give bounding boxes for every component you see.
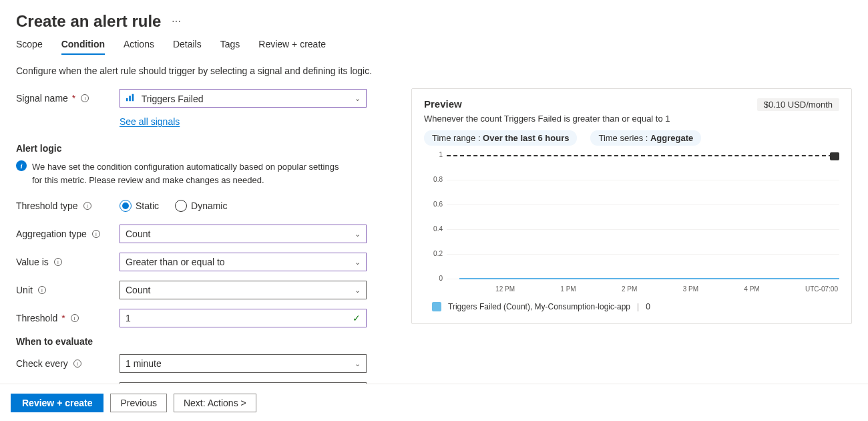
tab-condition[interactable]: Condition xyxy=(61,39,105,55)
threshold-input[interactable]: 1 ✓ xyxy=(120,309,367,327)
info-icon[interactable]: i xyxy=(73,360,81,368)
value-is-label: Value is i xyxy=(16,257,120,267)
check-every-label: Check every i xyxy=(16,358,120,369)
radio-checked-icon xyxy=(120,200,132,212)
previous-button[interactable]: Previous xyxy=(110,394,166,412)
data-line xyxy=(459,278,839,279)
aggregation-type-dropdown[interactable]: Count ⌄ xyxy=(120,225,367,243)
svg-rect-0 xyxy=(126,98,128,100)
svg-rect-1 xyxy=(129,96,131,101)
info-icon[interactable]: i xyxy=(54,258,62,266)
svg-rect-2 xyxy=(132,94,134,101)
cost-badge: $0.10 USD/month xyxy=(757,98,839,111)
threshold-type-dynamic-radio[interactable]: Dynamic xyxy=(175,200,227,212)
callout-text: We have set the condition configuration … xyxy=(32,160,339,186)
footer-bar: Review + create Previous Next: Actions > xyxy=(0,384,868,421)
chevron-down-icon: ⌄ xyxy=(355,94,361,103)
threshold-type-label: Threshold type i xyxy=(16,200,120,211)
time-range-pill[interactable]: Time range : Over the last 6 hours xyxy=(424,130,577,146)
chart-legend: Triggers Failed (Count), My-Consumption-… xyxy=(432,302,839,311)
unit-label: Unit i xyxy=(16,285,120,295)
threshold-line xyxy=(447,155,839,156)
signal-name-dropdown[interactable]: Triggers Failed ⌄ xyxy=(120,89,367,108)
tab-details[interactable]: Details xyxy=(173,39,202,55)
radio-unchecked-icon xyxy=(175,200,187,212)
value-is-dropdown[interactable]: Greater than or equal to ⌄ xyxy=(120,253,367,271)
threshold-flag-icon xyxy=(830,152,839,160)
timezone-label: UTC-07:00 xyxy=(805,285,838,293)
x-axis: . 12 PM 1 PM 2 PM 3 PM 4 PM UTC-07:00 xyxy=(447,285,839,293)
chevron-down-icon: ⌄ xyxy=(355,258,361,267)
review-create-button[interactable]: Review + create xyxy=(11,394,103,412)
see-all-signals-link[interactable]: See all signals xyxy=(120,116,180,127)
info-icon: i xyxy=(16,160,27,171)
y-axis: 1 0.8 0.6 0.4 0.2 0 xyxy=(424,154,445,279)
preview-description: Whenever the count Triggers Failed is gr… xyxy=(424,114,839,124)
preview-chart: 1 0.8 0.6 0.4 0.2 0 xyxy=(424,154,839,301)
info-icon[interactable]: i xyxy=(38,286,46,294)
tab-description: Configure when the alert rule should tri… xyxy=(16,65,852,76)
preview-title: Preview xyxy=(424,98,462,110)
info-icon[interactable]: i xyxy=(71,314,79,322)
chevron-down-icon: ⌄ xyxy=(355,360,361,368)
signal-name-label: Signal name* i xyxy=(16,93,120,104)
tab-bar: Scope Condition Actions Details Tags Rev… xyxy=(16,39,852,55)
aggregation-type-label: Aggregation type i xyxy=(16,229,120,239)
next-actions-button[interactable]: Next: Actions > xyxy=(174,394,256,412)
valid-icon: ✓ xyxy=(353,313,361,323)
tab-review-create[interactable]: Review + create xyxy=(258,39,326,55)
legend-swatch-icon xyxy=(432,302,441,311)
threshold-type-static-radio[interactable]: Static xyxy=(120,200,159,212)
alert-logic-heading: Alert logic xyxy=(16,143,385,154)
info-icon[interactable]: i xyxy=(92,230,100,238)
page-title: Create an alert rule xyxy=(16,12,161,31)
chevron-down-icon: ⌄ xyxy=(355,286,361,295)
unit-dropdown[interactable]: Count ⌄ xyxy=(120,281,367,299)
tab-scope[interactable]: Scope xyxy=(16,39,43,55)
metric-icon xyxy=(126,93,135,102)
preview-panel: Preview $0.10 USD/month Whenever the cou… xyxy=(411,88,852,324)
chevron-down-icon: ⌄ xyxy=(355,230,361,239)
info-icon[interactable]: i xyxy=(83,202,91,210)
threshold-label: Threshold* i xyxy=(16,313,120,323)
more-actions-icon[interactable]: ⋯ xyxy=(172,16,181,27)
info-icon[interactable]: i xyxy=(81,94,89,102)
when-to-evaluate-heading: When to evaluate xyxy=(16,336,385,347)
time-series-pill[interactable]: Time series : Aggregate xyxy=(590,130,701,146)
tab-tags[interactable]: Tags xyxy=(220,39,240,55)
check-every-dropdown[interactable]: 1 minute ⌄ xyxy=(120,354,367,373)
tab-actions[interactable]: Actions xyxy=(124,39,154,55)
